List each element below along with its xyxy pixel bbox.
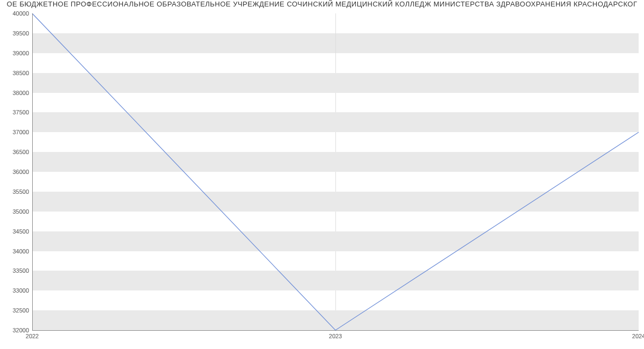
- y-tick-label: 40000: [2, 10, 29, 17]
- x-tick-label: 2024: [632, 333, 644, 339]
- y-tick-label: 33000: [2, 287, 29, 294]
- y-axis-line: [32, 13, 33, 330]
- y-tick-label: 37500: [2, 109, 29, 115]
- y-tick-label: 32000: [2, 327, 29, 333]
- y-tick-label: 35500: [2, 188, 29, 195]
- chart-container: ОЕ БЮДЖЕТНОЕ ПРОФЕССИОНАЛЬНОЕ ОБРАЗОВАТЕ…: [0, 0, 644, 349]
- y-tick-label: 33500: [2, 267, 29, 274]
- x-axis-line: [32, 330, 639, 331]
- y-tick-label: 39500: [2, 30, 29, 37]
- line-series: [32, 13, 639, 330]
- y-tick-label: 34500: [2, 228, 29, 235]
- y-tick-label: 36000: [2, 169, 29, 175]
- y-tick-label: 38000: [2, 90, 29, 96]
- y-tick-label: 36500: [2, 149, 29, 155]
- y-tick-label: 39000: [2, 50, 29, 56]
- x-tick-label: 2022: [26, 333, 39, 339]
- y-tick-label: 37000: [2, 129, 29, 135]
- y-tick-label: 34000: [2, 248, 29, 255]
- y-tick-label: 38500: [2, 70, 29, 76]
- y-tick-label: 35000: [2, 208, 29, 215]
- plot-area: [32, 13, 639, 330]
- x-tick-label: 2023: [329, 333, 342, 339]
- chart-title: ОЕ БЮДЖЕТНОЕ ПРОФЕССИОНАЛЬНОЕ ОБРАЗОВАТЕ…: [0, 0, 644, 8]
- y-tick-label: 32500: [2, 307, 29, 314]
